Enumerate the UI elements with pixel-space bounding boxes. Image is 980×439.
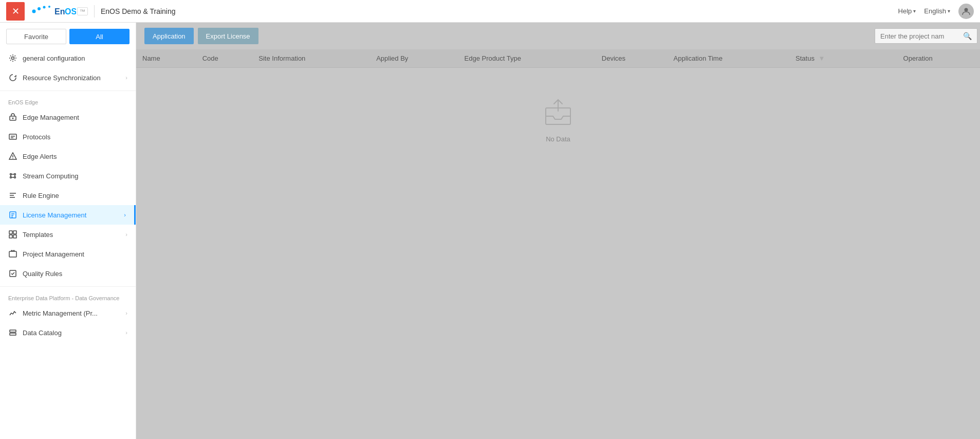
- application-button[interactable]: Application: [144, 28, 194, 44]
- sidebar-item-protocols[interactable]: Protocols: [0, 127, 136, 147]
- language-label: English: [924, 7, 946, 15]
- svg-rect-19: [13, 235, 16, 238]
- data-governance-menu: Metric Management (Pr... › Data Catalog …: [0, 303, 136, 342]
- data-governance-section-label: Enterprise Data Platform - Data Governan…: [0, 290, 136, 303]
- svg-point-1: [38, 7, 41, 10]
- sidebar-item-metric-management[interactable]: Metric Management (Pr... ›: [0, 303, 136, 323]
- license-icon: [8, 210, 17, 220]
- sidebar-item-edge-management[interactable]: Edge Management: [0, 107, 136, 127]
- svg-text:OS: OS: [65, 7, 76, 16]
- content-area: Application Export License 🔍 Name Code S…: [136, 23, 980, 439]
- edge-icon: [8, 113, 17, 122]
- logo: En OS ™: [30, 4, 88, 19]
- templates-arrow-icon: ›: [125, 231, 127, 237]
- header-title: EnOS Demo & Training: [101, 7, 176, 15]
- table-header: Name Code Site Information Applied By Ed…: [136, 49, 980, 68]
- rule-engine-label: Rule Engine: [23, 192, 59, 199]
- svg-point-0: [32, 9, 36, 13]
- sidebar-item-data-catalog[interactable]: Data Catalog ›: [0, 323, 136, 342]
- export-license-button[interactable]: Export License: [198, 28, 258, 44]
- sidebar-item-stream-computing[interactable]: Stream Computing: [0, 166, 136, 186]
- svg-point-6: [965, 8, 968, 11]
- stream-computing-label: Stream Computing: [23, 172, 78, 180]
- project-management-label: Project Management: [23, 250, 84, 258]
- col-name: Name: [136, 49, 196, 68]
- sidebar-item-project-management[interactable]: Project Management: [0, 244, 136, 264]
- status-filter-icon[interactable]: ▼: [819, 54, 825, 62]
- svg-rect-17: [13, 231, 16, 234]
- data-catalog-arrow-icon: ›: [125, 330, 127, 336]
- col-applied-by: Applied By: [370, 49, 458, 68]
- sidebar-item-rule-engine[interactable]: Rule Engine: [0, 186, 136, 205]
- action-bar: Application Export License 🔍: [136, 23, 980, 49]
- metric-management-label: Metric Management (Pr...: [23, 309, 98, 317]
- svg-rect-10: [9, 134, 16, 139]
- help-chevron-icon: ▾: [913, 8, 916, 14]
- edge-management-label: Edge Management: [23, 114, 79, 121]
- edge-alerts-label: Edge Alerts: [23, 153, 57, 160]
- quality-icon: [8, 269, 17, 278]
- search-input[interactable]: [875, 28, 977, 44]
- settings-icon: [8, 53, 17, 63]
- enos-edge-menu: Edge Management Protocols Edge Alerts St…: [0, 107, 136, 283]
- sidebar-divider-1: [0, 90, 136, 91]
- svg-rect-20: [9, 251, 16, 257]
- protocols-label: Protocols: [23, 133, 50, 141]
- tab-all[interactable]: All: [69, 29, 130, 44]
- sidebar-item-general-configuration[interactable]: general configuration: [0, 48, 136, 68]
- sidebar-top-menu: general configuration Resource Synchroni…: [0, 48, 136, 87]
- enos-edge-section-label: EnOS Edge: [0, 94, 136, 107]
- template-icon: [8, 230, 17, 239]
- header-divider: [94, 5, 95, 17]
- license-table: Name Code Site Information Applied By Ed…: [136, 49, 980, 68]
- metric-icon: [8, 308, 17, 318]
- svg-rect-22: [10, 330, 16, 332]
- alert-icon: [8, 152, 17, 161]
- col-devices: Devices: [596, 49, 668, 68]
- no-data-container: No Data: [136, 68, 980, 174]
- svg-point-2: [43, 6, 46, 8]
- resource-synchronization-label: Resource Synchronization: [23, 74, 101, 82]
- svg-rect-23: [10, 333, 16, 335]
- col-status: Status ▼: [789, 49, 873, 68]
- license-management-label: License Management: [23, 211, 86, 219]
- data-catalog-label: Data Catalog: [23, 329, 62, 337]
- table-container: Name Code Site Information Applied By Ed…: [136, 49, 980, 439]
- sidebar-item-quality-rules[interactable]: Quality Rules: [0, 264, 136, 283]
- sidebar-divider-2: [0, 286, 136, 287]
- general-configuration-label: general configuration: [23, 54, 85, 62]
- language-menu[interactable]: English ▾: [924, 7, 950, 15]
- sidebar-item-templates[interactable]: Templates ›: [0, 225, 136, 244]
- sidebar: Favorite All general configuration Resou…: [0, 23, 136, 439]
- lang-chevron-icon: ▾: [948, 8, 950, 14]
- sync-icon: [8, 73, 17, 82]
- rule-icon: [8, 191, 17, 200]
- svg-point-14: [14, 177, 16, 178]
- search-container: 🔍: [875, 28, 972, 44]
- content-inner: Application Export License 🔍 Name Code S…: [136, 23, 980, 439]
- avatar-icon: [961, 7, 971, 16]
- svg-point-11: [10, 174, 12, 175]
- templates-label: Templates: [23, 231, 53, 239]
- sidebar-tabs: Favorite All: [0, 23, 136, 48]
- no-data-icon: [542, 99, 575, 129]
- sidebar-item-resource-synchronization[interactable]: Resource Synchronization ›: [0, 68, 136, 87]
- col-site-information: Site Information: [252, 49, 370, 68]
- no-data-text: No Data: [546, 135, 570, 143]
- user-avatar[interactable]: [958, 4, 974, 19]
- quality-rules-label: Quality Rules: [23, 270, 62, 278]
- sidebar-item-edge-alerts[interactable]: Edge Alerts: [0, 147, 136, 166]
- tab-favorite[interactable]: Favorite: [6, 29, 66, 44]
- svg-point-7: [12, 57, 14, 60]
- resource-sync-arrow-icon: ›: [125, 75, 127, 81]
- menu-button[interactable]: ✕: [6, 2, 25, 21]
- main-layout: Favorite All general configuration Resou…: [0, 23, 980, 439]
- catalog-icon: [8, 328, 17, 337]
- top-header: ✕ En OS ™ EnOS Demo & Training Help ▾ En…: [0, 0, 980, 23]
- metric-management-arrow-icon: ›: [125, 310, 127, 316]
- col-filter: [873, 49, 897, 68]
- sidebar-item-license-management[interactable]: License Management ›: [0, 205, 136, 225]
- help-menu[interactable]: Help ▾: [898, 7, 916, 15]
- svg-point-12: [14, 174, 16, 175]
- search-button[interactable]: 🔍: [963, 32, 972, 40]
